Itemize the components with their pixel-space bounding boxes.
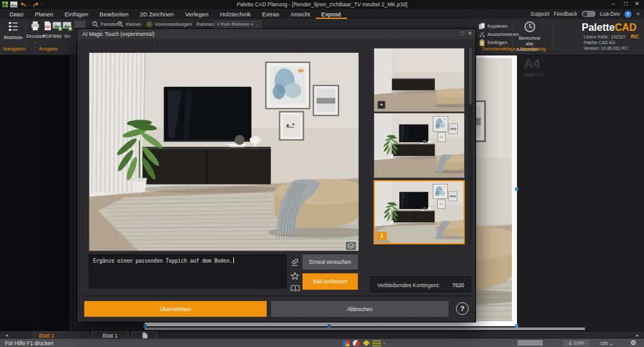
settings-gear-icon[interactable]: ⚙: [630, 339, 636, 347]
clock-icon: [524, 21, 536, 33]
menu-item-extras[interactable]: Extras: [257, 9, 285, 19]
quota-value: 7620: [452, 282, 464, 288]
tab-blatt1-label[interactable]: Blatt 1: [39, 333, 54, 339]
selection-handle[interactable]: [515, 188, 518, 191]
cancel-button[interactable]: Abbrechen: [271, 301, 448, 317]
minimize-button[interactable]: –: [608, 1, 619, 8]
menu-item-bearbeiten[interactable]: Bearbeiten: [94, 9, 134, 19]
view-mode-button[interactable]: [74, 21, 86, 28]
support-link[interactable]: Support: [531, 11, 550, 17]
group-label-zwischenablage: Zwischenablage: [482, 46, 516, 52]
refine-image-button[interactable]: Bild verfeinern: [303, 273, 358, 290]
thumbnail-scrollbar[interactable]: [469, 48, 472, 244]
favorite-prompt-icon[interactable]: [291, 271, 299, 280]
menu-item-verlegen[interactable]: Verlegen: [179, 9, 214, 19]
close-button[interactable]: ✕: [631, 1, 643, 8]
variant-thumbnail-2[interactable]: [374, 113, 465, 178]
menu-item-planen[interactable]: Planen: [29, 9, 59, 19]
figure-icon[interactable]: [363, 340, 370, 346]
feedback-link[interactable]: Feedback: [553, 11, 577, 17]
zoom-out-icon: [117, 21, 124, 28]
menu-item-ansicht[interactable]: Ansicht: [285, 9, 316, 19]
prompt-input[interactable]: Ergänze einen passenden Teppich auf dem …: [89, 254, 287, 288]
menu-items: DateiPlanenEinfügenBearbeiten2D Zeichnen…: [4, 9, 347, 19]
dialog-title: AI Magic Touch (experimental): [82, 31, 155, 37]
horizontal-scrollbar[interactable]: [145, 327, 585, 330]
dialog-help-button[interactable]: ?: [456, 302, 469, 315]
copy-icon: [479, 23, 486, 30]
dialog-maximize-icon[interactable]: □: [461, 30, 464, 37]
view-mini-controls: [74, 20, 86, 28]
status-bar: Für Hilfe F1 drücken ⌄ ∠ 0.00 cm ⌄ ⚙: [0, 339, 644, 347]
sheet-list-panel[interactable]: [0, 55, 74, 331]
kleiner-button[interactable]: Kleiner: [117, 20, 142, 28]
presets-gear-icon: [146, 21, 153, 28]
rahmen-dropdown[interactable]: « Kein Rahmen »⌄: [214, 20, 262, 28]
tabs-right-arrow-icon[interactable]: ▸: [636, 332, 639, 338]
menu-item-holztechnik[interactable]: Holztechnik: [214, 9, 257, 19]
panel-close-icon[interactable]: ✕: [636, 11, 640, 17]
kopieren-button[interactable]: Kopieren: [479, 22, 508, 30]
clear-prompt-icon[interactable]: [291, 258, 299, 266]
pdf-button[interactable]: PDF PDF: [43, 21, 53, 39]
voreinstellungen-button[interactable]: Voreinstellungen: [146, 20, 192, 28]
blattliste-button[interactable]: Blattliste: [3, 21, 24, 40]
layers-icon[interactable]: [346, 242, 356, 250]
paste-icon: [479, 39, 486, 47]
application-window: ⌄ ᛬ Palette CAD Planung - [Render_lijnen…: [0, 0, 644, 347]
sheet-page-label: Blatt 1/2: [525, 72, 543, 77]
prompt-library-icon[interactable]: [291, 285, 300, 292]
variant-thumbnail-original[interactable]: [374, 48, 465, 112]
window-title: Palette CAD Planung - [Render_lijnen_zic…: [0, 1, 644, 8]
sheet-tabs-bar: ◂ Blatt 1 Blatt 1 ▸: [0, 331, 644, 339]
dialog-title-bar[interactable]: AI Magic Touch (experimental) □ ✕: [77, 29, 475, 39]
grid-pattern-icon[interactable]: [372, 340, 381, 346]
menu-item-einfügen[interactable]: Einfügen: [59, 9, 94, 19]
group-label-navigation: Navigation: [3, 46, 25, 52]
ai-preview-image[interactable]: [89, 52, 359, 251]
fenster-button[interactable]: Fenster: [92, 20, 118, 28]
zoom-window-icon: [92, 21, 99, 28]
apply-button[interactable]: Übernehmen: [84, 301, 267, 317]
title-bar: ⌄ ᛬ Palette CAD Planung - [Render_lijnen…: [0, 0, 644, 9]
palettecad-logo: PaletteCAD: [582, 22, 641, 33]
sheet-list-icon: [8, 21, 19, 32]
quota-panel: Verbleibendes Kontingent: 7620: [370, 276, 471, 292]
tabs-left-arrow-icon[interactable]: ◂: [5, 332, 8, 338]
rahmen-label: Rahmen: [196, 20, 215, 28]
text-cursor: [233, 258, 234, 263]
menu-item-datei[interactable]: Datei: [4, 9, 29, 19]
maximize-button[interactable]: □: [620, 1, 631, 8]
retry-button[interactable]: Erneut versuchen: [303, 254, 358, 270]
luadev-toggle[interactable]: [582, 11, 596, 17]
variant-badge: ✦: [377, 101, 386, 109]
angle-field[interactable]: ∠ 0.00: [563, 340, 589, 346]
dialog-divider: [82, 295, 472, 297]
palette-logo-icon[interactable]: [343, 340, 350, 346]
grid-caret-icon[interactable]: ⌄: [382, 340, 386, 345]
cut-icon: [479, 31, 486, 38]
panel-scrollbar[interactable]: [69, 55, 73, 331]
menu-item-exposé[interactable]: Exposé: [316, 9, 347, 19]
company-name: Palette CAD AG: [584, 40, 615, 45]
sh-button[interactable]: Sh: [62, 21, 72, 39]
variant-thumbnail-selected[interactable]: [374, 180, 465, 244]
printer-icon: [30, 21, 40, 31]
ai-magic-touch-dialog: AI Magic Touch (experimental) □ ✕ ✦ 1 Ve…: [77, 28, 476, 322]
drucken-button[interactable]: Drucken ⌄: [26, 21, 44, 43]
menu-item-2d-zeichnen[interactable]: 2D Zeichnen: [134, 9, 179, 19]
group-label-ausgabe: Ausgabe: [39, 46, 58, 52]
svg-text:PDF: PDF: [45, 26, 51, 29]
dialog-close-icon[interactable]: ✕: [467, 30, 472, 37]
bild-button[interactable]: Bild: [52, 21, 62, 39]
status-input-field[interactable]: [518, 340, 543, 346]
luadev-help-icon[interactable]: ?: [625, 11, 631, 18]
logo-rc: RC: [631, 33, 639, 40]
unit-dropdown[interactable]: cm ⌄: [601, 340, 614, 346]
menu-bar: DateiPlanenEinfügenBearbeiten2D Zeichnen…: [0, 9, 644, 19]
sheet-format-label: A4: [524, 57, 540, 71]
version-text: Version: 10.45.031 RC: [584, 46, 628, 50]
bird-icon[interactable]: [353, 340, 360, 346]
luadev-label: Lua-Dev: [600, 11, 620, 17]
status-help-text: Für Hilfe F1 drücken: [5, 340, 53, 346]
